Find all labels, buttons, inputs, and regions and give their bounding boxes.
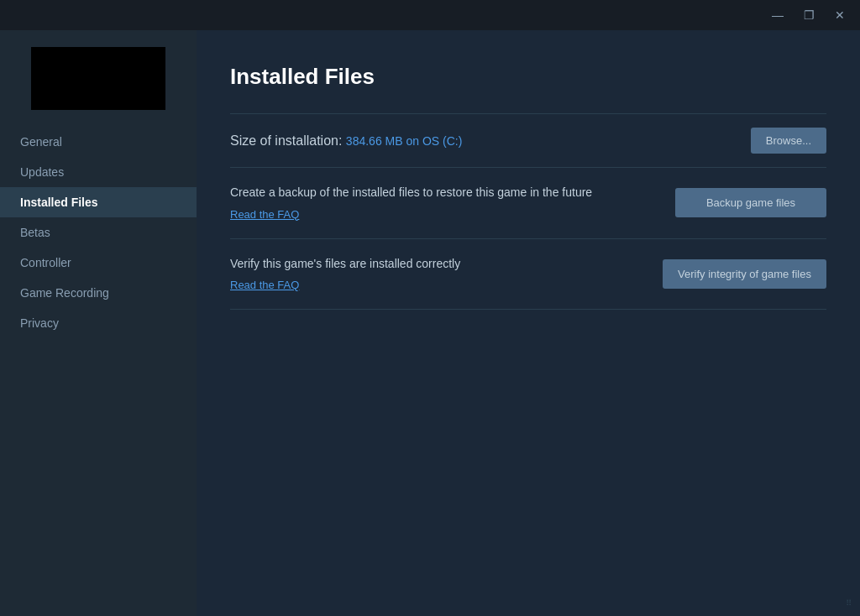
main-container: General Updates Installed Files Betas Co…	[0, 30, 860, 616]
size-row: Size of installation: 384.66 MB on OS (C…	[230, 114, 826, 167]
backup-row: Create a backup of the installed files t…	[230, 168, 826, 238]
sidebar-item-betas[interactable]: Betas	[0, 217, 197, 248]
sidebar-item-game-recording[interactable]: Game Recording	[0, 278, 197, 308]
sidebar-item-general[interactable]: General	[0, 127, 197, 157]
sidebar: General Updates Installed Files Betas Co…	[0, 30, 197, 616]
sidebar-nav: General Updates Installed Files Betas Co…	[0, 127, 197, 338]
backup-text: Create a backup of the installed files t…	[230, 185, 675, 222]
divider-after-verify	[230, 309, 826, 310]
window-controls: — ❐ ✕	[767, 8, 850, 23]
corner-decoration: ⠿	[846, 598, 852, 608]
game-image	[31, 47, 165, 110]
size-label: Size of installation:	[230, 133, 342, 148]
verify-text: Verify this game's files are installed c…	[230, 256, 663, 293]
page-title: Installed Files	[230, 64, 826, 90]
sidebar-item-installed-files[interactable]: Installed Files	[0, 187, 197, 217]
maximize-button[interactable]: ❐	[799, 8, 820, 23]
sidebar-item-privacy[interactable]: Privacy	[0, 308, 197, 338]
verify-row: Verify this game's files are installed c…	[230, 239, 826, 310]
backup-description: Create a backup of the installed files t…	[230, 185, 650, 201]
close-button[interactable]: ✕	[830, 8, 850, 23]
size-info: Size of installation: 384.66 MB on OS (C…	[230, 133, 462, 149]
minimize-button[interactable]: —	[767, 8, 789, 23]
backup-button[interactable]: Backup game files	[675, 188, 826, 217]
sidebar-item-updates[interactable]: Updates	[0, 157, 197, 187]
verify-faq-link[interactable]: Read the FAQ	[230, 279, 299, 291]
verify-button[interactable]: Verify integrity of game files	[663, 259, 826, 289]
content-area: Installed Files Size of installation: 38…	[197, 30, 860, 616]
browse-button[interactable]: Browse...	[751, 128, 826, 154]
sidebar-item-controller[interactable]: Controller	[0, 248, 197, 278]
backup-faq-link[interactable]: Read the FAQ	[230, 208, 299, 221]
title-bar: — ❐ ✕	[0, 0, 860, 30]
verify-description: Verify this game's files are installed c…	[230, 256, 637, 273]
size-value: 384.66 MB on OS (C:)	[346, 134, 463, 148]
